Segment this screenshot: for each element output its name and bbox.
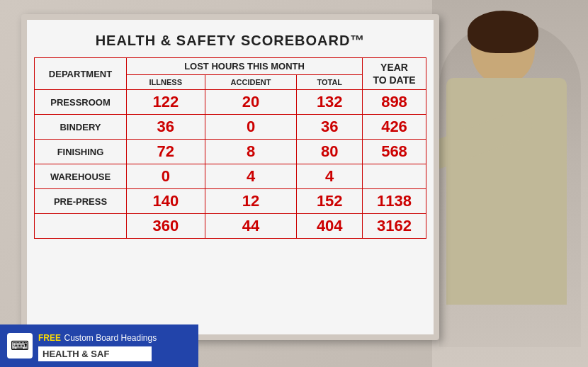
board-title: HEALTH & SAFETY SCOREBOARD™	[34, 27, 426, 57]
table-row: FINISHING72880568	[35, 140, 426, 164]
totals-row: 360444043162	[35, 214, 426, 239]
banner-icon: ⌨	[7, 333, 33, 358]
ytd-cell: 568	[363, 140, 426, 164]
whiteboard: HEALTH & SAFETY SCOREBOARD™ DEPARTMENT L…	[21, 14, 439, 340]
ytd-cell: 426	[363, 115, 426, 140]
accident-cell: 4	[205, 164, 297, 189]
totals-total: 404	[297, 214, 363, 239]
dept-cell: PRE-PRESS	[35, 189, 127, 214]
illness-cell: 72	[127, 140, 205, 164]
table-row: BINDERY36036426	[35, 115, 426, 140]
banner-input[interactable]	[38, 346, 152, 361]
bottom-banner: ⌨ FREE Custom Board Headings	[0, 324, 198, 367]
total-cell: 80	[297, 140, 363, 164]
illness-cell: 36	[127, 115, 205, 140]
total-cell: 132	[297, 90, 363, 115]
ytd-cell: 1138	[363, 189, 426, 214]
banner-text-area: FREE Custom Board Headings	[38, 331, 157, 361]
total-cell: 152	[297, 189, 363, 214]
total-header: TOTAL	[297, 75, 363, 90]
illness-cell: 0	[127, 164, 205, 189]
accident-cell: 0	[205, 115, 297, 140]
ytd-cell	[363, 164, 426, 189]
banner-free-text: FREE Custom Board Headings	[38, 331, 157, 344]
scoreboard-table: DEPARTMENT LOST HOURS THIS MONTH YEARTO …	[34, 57, 426, 239]
accident-header: ACCIDENT	[205, 75, 297, 90]
ytd-header: YEARTO DATE	[363, 58, 426, 90]
illness-cell: 140	[127, 189, 205, 214]
accident-cell: 8	[205, 140, 297, 164]
dept-cell: FINISHING	[35, 140, 127, 164]
ytd-cell: 898	[363, 90, 426, 115]
lost-hours-header: LOST HOURS THIS MONTH	[127, 58, 363, 75]
scene: HEALTH & SAFETY SCOREBOARD™ DEPARTMENT L…	[0, 0, 588, 367]
accident-cell: 12	[205, 189, 297, 214]
person-image	[432, 0, 588, 367]
dept-header: DEPARTMENT	[35, 58, 127, 90]
table-row: WAREHOUSE044	[35, 164, 426, 189]
dept-cell: PRESSROOM	[35, 90, 127, 115]
banner-description: Custom Board Headings	[64, 333, 157, 343]
total-cell: 4	[297, 164, 363, 189]
illness-header: ILLNESS	[127, 75, 205, 90]
table-row: PRE-PRESS140121521138	[35, 189, 426, 214]
dept-cell: WAREHOUSE	[35, 164, 127, 189]
illness-cell: 122	[127, 90, 205, 115]
accident-cell: 20	[205, 90, 297, 115]
total-cell: 36	[297, 115, 363, 140]
totals-illness: 360	[127, 214, 205, 239]
totals-accident: 44	[205, 214, 297, 239]
table-row: PRESSROOM12220132898	[35, 90, 426, 115]
dept-cell: BINDERY	[35, 115, 127, 140]
totals-ytd: 3162	[363, 214, 426, 239]
